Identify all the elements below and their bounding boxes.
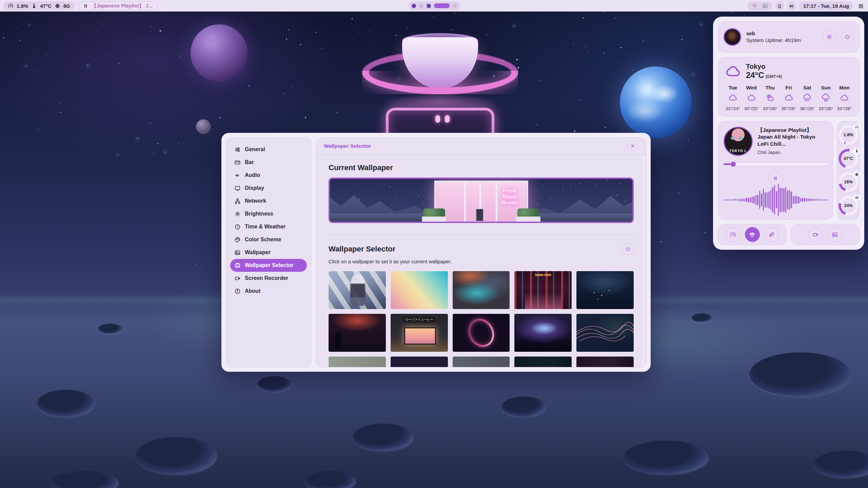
wallpaper-thumb-ember-forest[interactable] xyxy=(329,314,386,352)
sidebar-item-display[interactable]: Display xyxy=(230,182,307,195)
weather-temp: 24°C xyxy=(746,70,764,80)
star xyxy=(452,29,452,30)
workspace-3[interactable] xyxy=(427,4,431,8)
wallpaper-thumb-dark-teal[interactable] xyxy=(514,357,572,367)
tray-app-icon[interactable] xyxy=(752,3,757,9)
gauge-icon xyxy=(853,124,860,131)
waveform-bar xyxy=(823,199,824,201)
wallpaper-thumb-autumn-grove[interactable] xyxy=(391,357,448,367)
forecast-wed: Wed35°/25° xyxy=(742,85,761,111)
sidebar-item-audio[interactable]: Audio xyxy=(230,169,307,182)
sidebar-item-general[interactable]: General xyxy=(230,143,307,156)
sidebar-item-about[interactable]: About xyxy=(230,285,307,298)
power-button[interactable] xyxy=(841,30,854,43)
gauge-gauge: 1.8% xyxy=(839,125,858,145)
clock-pill[interactable]: 17:17 - Tue, 19 Aug xyxy=(799,2,853,11)
balanced-mode-button[interactable] xyxy=(745,227,760,242)
wallpaper-thumb-lofi-coffee-shop[interactable]: ローファイコーヒー xyxy=(391,314,448,352)
wallpaper-button[interactable] xyxy=(827,227,842,242)
weather-cloud-icon xyxy=(725,63,741,80)
star xyxy=(60,112,61,113)
sidebar-item-network[interactable]: Network xyxy=(230,195,307,207)
forecast-tue: Tue33°/24° xyxy=(724,85,742,111)
wallpaper-thumb-dark-plum[interactable] xyxy=(576,357,634,367)
volume-button[interactable] xyxy=(787,1,796,11)
scrollbar[interactable] xyxy=(642,155,645,364)
waveform-bar xyxy=(808,199,809,201)
waveform-bar xyxy=(782,188,783,212)
wallpaper-thumb-pink-mesh-wave[interactable] xyxy=(576,314,634,352)
sidebar-item-screen-recorder[interactable]: Screen Recorder xyxy=(230,272,307,285)
star xyxy=(589,181,590,182)
waveform-bar xyxy=(772,187,773,212)
star xyxy=(101,24,102,24)
settings-header: Wallpaper Selector xyxy=(316,138,646,155)
crater xyxy=(258,376,292,392)
workspace-5[interactable] xyxy=(453,4,457,8)
wallpaper-thumb-blur-aurora[interactable] xyxy=(453,271,510,309)
performance-mode-button[interactable] xyxy=(726,227,741,242)
screen-recorder-button[interactable] xyxy=(808,227,823,242)
gauge-chip: 16% xyxy=(839,172,858,192)
settings-button[interactable] xyxy=(823,30,836,43)
star xyxy=(492,106,493,106)
workspace-1[interactable] xyxy=(412,4,416,8)
sidebar-item-time-weather[interactable]: Time & Weather xyxy=(230,220,307,233)
weather-card: Tokyo 24°C(GMT+9) Tue33°/24°Wed35°/25°Th… xyxy=(718,57,860,117)
waveform-bar xyxy=(729,199,731,201)
star xyxy=(705,232,706,233)
workspace-indicator[interactable] xyxy=(409,1,460,10)
wallpaper-thumb-arcade-alley[interactable]: Game Over xyxy=(514,271,572,309)
forecast-temps: 33°/26° xyxy=(816,106,835,111)
waveform-bar xyxy=(793,196,794,204)
notifications-button[interactable] xyxy=(775,1,784,11)
wallpaper-thumb-slate-grey[interactable] xyxy=(453,357,510,367)
sidebar-item-bar[interactable]: Bar xyxy=(230,156,307,169)
star xyxy=(60,103,60,104)
sidebar-item-wallpaper[interactable]: Wallpaper xyxy=(230,246,307,259)
slider-knob[interactable] xyxy=(731,162,736,167)
star xyxy=(89,56,90,56)
wallpaper-thumb-snowy-night-village[interactable] xyxy=(576,271,634,309)
close-button[interactable] xyxy=(627,140,638,151)
cloud-icon xyxy=(840,93,849,102)
star xyxy=(574,130,575,132)
audio-icon xyxy=(234,172,241,179)
sidebar-item-color-scheme[interactable]: Color Scheme xyxy=(230,233,307,246)
waveform-bar xyxy=(774,185,775,215)
cafe-illustration: Fresh Moon Beans xyxy=(434,181,528,222)
star xyxy=(607,180,608,180)
selector-heading: Wallpaper Selector xyxy=(329,245,622,253)
refresh-button[interactable] xyxy=(622,243,634,255)
wallpaper-thumb-sage-grey[interactable] xyxy=(329,357,386,367)
workspace-2[interactable] xyxy=(419,4,423,8)
workspace-4[interactable] xyxy=(434,3,450,8)
star xyxy=(535,189,535,189)
star xyxy=(406,21,407,21)
sidebar-item-wallpaper-selector[interactable]: Wallpaper Selector xyxy=(230,259,307,272)
star xyxy=(38,129,39,130)
media-progress-slider[interactable] xyxy=(724,161,827,167)
crater xyxy=(51,471,119,488)
media-chip[interactable]: 【Japanese Playlist】 J... xyxy=(78,1,157,10)
wallpaper-thumb-nebula-forest[interactable] xyxy=(514,314,572,352)
wallpaper-thumb-pastel-gradient[interactable] xyxy=(391,271,448,309)
wallpaper-thumb-anime-crosswalk[interactable] xyxy=(329,271,386,309)
thumb-label: Game Over xyxy=(535,273,551,277)
waveform-bar xyxy=(746,198,747,202)
waveform-bar xyxy=(800,198,802,202)
tray-image-icon[interactable] xyxy=(762,3,768,9)
waveform-bar xyxy=(759,191,761,209)
media-player-card: TOKYO L 【Japanese Playlist】 Japan All Ni… xyxy=(718,121,833,220)
pause-button[interactable] xyxy=(768,171,783,186)
power-saver-mode-button[interactable] xyxy=(764,227,779,242)
storm-icon xyxy=(821,93,830,102)
star xyxy=(604,53,605,54)
sidebar-item-brightness[interactable]: Brightness xyxy=(230,207,307,220)
star xyxy=(120,44,120,45)
waveform-bar xyxy=(817,199,818,201)
dashboard-launcher-button[interactable] xyxy=(856,1,865,11)
wallpaper-thumb-light-ring[interactable] xyxy=(453,314,510,352)
star xyxy=(196,264,196,265)
cpu-gauge-icon xyxy=(8,3,14,9)
